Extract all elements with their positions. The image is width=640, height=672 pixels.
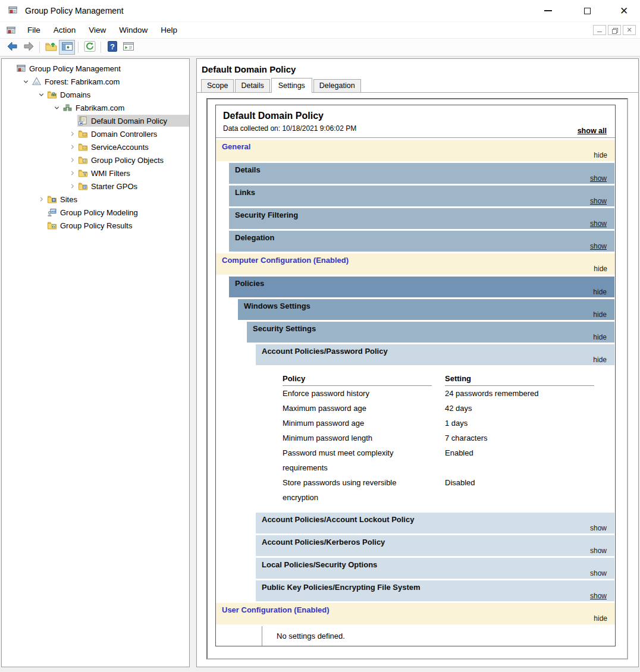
note-indent [216, 626, 262, 646]
tree-item-content: Group Policy Results [46, 219, 189, 231]
table-row: Enforce password history24 passwords rem… [283, 386, 607, 401]
policy-cell: Maximum password age [283, 401, 431, 416]
tree-item-group-policy-results[interactable]: Group Policy Results [2, 219, 189, 232]
child-restore-icon [612, 28, 617, 33]
policy-section-bar-links: Linksshow [229, 186, 614, 206]
up-one-level-button[interactable] [43, 40, 59, 55]
tab-delegation[interactable]: Delegation [313, 79, 361, 92]
table-header-row: PolicySetting [283, 372, 607, 386]
table-row: Store passwords using reversible encrypt… [283, 475, 607, 505]
tree-item-content: Default Domain Policy [77, 115, 189, 127]
new-window-button[interactable] [120, 40, 136, 55]
setting-cell: 42 days [445, 401, 607, 416]
title-bar: Group Policy Management ✕ [0, 0, 640, 21]
tree-item-wmi-filters[interactable]: WMI Filters [2, 167, 189, 180]
policy-cell: Password must meet complexity requiremen… [283, 445, 431, 475]
tab-strip: ScopeDetailsSettingsDelegation [197, 78, 638, 92]
gpmc-window: { "window": { "title": "Group Policy Man… [0, 0, 640, 672]
wmi-folder-icon [78, 168, 88, 178]
policy-section-title: Public Key Policies/Encrypting File Syst… [262, 583, 608, 592]
tree-item-content: Group Policy Management [15, 62, 189, 74]
report-data-collected: Data collected on: 10/18/2021 9:06:02 PM [223, 123, 361, 134]
policy-cell: Enforce password history [283, 386, 431, 401]
expander-collapsed-icon[interactable] [36, 194, 46, 204]
show-link[interactable]: show [235, 174, 608, 183]
report-viewport[interactable]: Default Domain Policy Data collected on:… [206, 98, 628, 660]
show-link[interactable]: show [235, 242, 608, 250]
minimize-button[interactable] [535, 0, 560, 21]
expander-collapsed-icon[interactable] [67, 155, 77, 165]
tree-item-label: Group Policy Results [60, 221, 132, 230]
hide-link[interactable]: hide [222, 614, 609, 623]
ou-folder-icon [78, 142, 88, 152]
tree-item-domains[interactable]: Domains [2, 88, 189, 101]
expander-spacer [36, 221, 46, 230]
menu-window[interactable]: Window [112, 23, 154, 37]
show-link[interactable]: show [262, 569, 608, 577]
hide-link[interactable]: hide [253, 333, 608, 341]
tree-item-group-policy-objects[interactable]: Group Policy Objects [2, 153, 189, 167]
tab-scope[interactable]: Scope [201, 79, 234, 92]
show-link[interactable]: show [262, 592, 608, 600]
show-link[interactable]: show [235, 197, 608, 205]
policy-section-bar-details: Detailsshow [229, 163, 614, 184]
show-all-link[interactable]: show all [578, 127, 607, 135]
menu-bar: FileActionViewWindowHelp ✕ [0, 21, 640, 38]
tree-item-serviceaccounts[interactable]: ServiceAccounts [2, 140, 189, 153]
tree-item-starter-gpos[interactable]: Starter GPOs [2, 180, 189, 193]
ou-folder-icon [78, 129, 88, 139]
tree-item-group-policy-modeling[interactable]: Group Policy Modeling [2, 206, 189, 219]
policy-section-title: Local Policies/Security Options [262, 560, 608, 569]
menu-file[interactable]: File [21, 23, 47, 37]
setting-cell: 7 characters [445, 431, 607, 445]
tab-details[interactable]: Details [235, 79, 269, 92]
hide-link[interactable]: hide [262, 356, 608, 364]
expander-expanded-icon[interactable] [52, 103, 62, 112]
hide-link[interactable]: hide [222, 265, 609, 273]
tree-item-content: Forest: Fabrikam.com [31, 76, 189, 87]
toggle-console-tree-button[interactable] [59, 40, 75, 55]
show-link[interactable]: show [262, 524, 608, 532]
child-minimize-button[interactable] [593, 25, 606, 35]
hide-link[interactable]: hide [244, 310, 608, 319]
help-button[interactable]: ? [104, 40, 120, 55]
show-link[interactable]: show [235, 219, 608, 228]
tree-item-default-domain-policy[interactable]: Default Domain Policy [2, 114, 189, 127]
toolbar-separator [78, 42, 79, 53]
expander-spacer [5, 64, 15, 73]
tree-item-group-policy-management[interactable]: Group Policy Management [2, 62, 189, 75]
maximize-button[interactable] [575, 0, 600, 21]
tree-item-label: Domain Controllers [91, 129, 157, 139]
tab-settings[interactable]: Settings [271, 78, 312, 93]
svg-text:?: ? [110, 42, 115, 51]
menu-action[interactable]: Action [47, 23, 83, 37]
hide-link[interactable]: hide [235, 288, 608, 296]
child-restore-button[interactable] [608, 25, 621, 35]
expander-collapsed-icon[interactable] [67, 181, 77, 191]
tree-item-content: Starter GPOs [77, 180, 189, 192]
modeling-icon [47, 208, 57, 217]
expander-expanded-icon[interactable] [21, 77, 31, 86]
refresh-button[interactable] [81, 40, 98, 55]
tree-item-forest-fabrikam-com[interactable]: Forest: Fabrikam.com [2, 75, 189, 88]
show-link[interactable]: show [262, 547, 608, 555]
close-button[interactable]: ✕ [611, 0, 636, 21]
menu-help[interactable]: Help [154, 23, 184, 37]
tree-item-fabrikam-com[interactable]: Fabrikam.com [2, 101, 189, 114]
toggle-console-tree-icon [61, 41, 73, 54]
forward-button[interactable] [20, 40, 36, 55]
back-button[interactable] [4, 40, 20, 55]
expander-collapsed-icon[interactable] [67, 129, 77, 139]
tree-item-domain-controllers[interactable]: Domain Controllers [2, 127, 189, 140]
expander-collapsed-icon[interactable] [67, 142, 77, 152]
child-close-button[interactable]: ✕ [623, 25, 636, 35]
tree-item-sites[interactable]: Sites [2, 193, 189, 206]
policy-section-title: Policies [235, 279, 608, 288]
expander-collapsed-icon[interactable] [67, 168, 77, 178]
menu-view[interactable]: View [82, 23, 112, 37]
domain-icon [62, 103, 73, 112]
table-row: Password must meet complexity requiremen… [283, 445, 607, 475]
policy-section-title: Links [235, 188, 608, 197]
hide-link[interactable]: hide [222, 151, 609, 159]
expander-expanded-icon[interactable] [36, 90, 46, 99]
